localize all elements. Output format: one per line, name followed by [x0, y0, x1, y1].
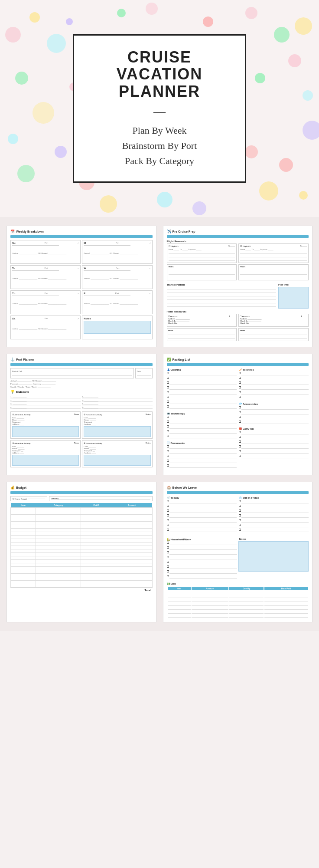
to-buy-item: [167, 510, 237, 514]
budget-row: [11, 567, 153, 570]
budget-row: [11, 532, 153, 536]
accessory-item: [239, 416, 309, 420]
transport-left: Transportation: [167, 282, 277, 309]
forecast-currency-row: Forecast _____________ Currency ________…: [10, 383, 153, 385]
toiletry-item: [239, 391, 309, 395]
itinerary-box: Itinerary: [49, 496, 152, 501]
bills-col-due-by: Due By: [229, 587, 264, 590]
transportation-label: Transportation: [167, 283, 277, 286]
svg-point-24: [259, 181, 278, 201]
hotel-box-1: ☐ Hotel #1$_____ Address _____________ C…: [167, 314, 237, 327]
notes-section: Notes: [238, 538, 309, 580]
technology-header: 💻 Technology: [167, 412, 237, 415]
attraction-grid: ① Attraction Activity Notes Cost _______…: [10, 411, 153, 467]
pier-info-box: [278, 287, 309, 309]
household-header: 🏡 Household/Work: [167, 538, 237, 541]
before-grid-top: 🛒 To Buy ❄️ Still in Fridge: [167, 496, 309, 536]
cruise-budget-label: Cruise Budget: [15, 498, 27, 500]
hero-subtitle: Plan By Week Brainstorm By Port Pack By …: [96, 123, 223, 169]
budget-row: [11, 570, 153, 574]
svg-point-28: [192, 201, 206, 215]
attraction-notes-4: [84, 455, 150, 466]
budget-row: [11, 556, 153, 560]
itinerary-label: Itinerary: [51, 497, 59, 500]
budget-row: [11, 536, 153, 539]
calendar-icon: 📅: [10, 230, 15, 233]
attraction-1: ① Attraction Activity Notes Cost _______…: [10, 411, 81, 439]
budget-row: [11, 581, 153, 584]
budget-row: [11, 577, 153, 581]
port-of-call-box: Port of Call: [10, 368, 134, 378]
fridge-header: ❄️ Still in Fridge: [239, 496, 309, 499]
arrival-line: Arrival _________________ All Aboard ___…: [84, 302, 150, 305]
tech-item: [167, 430, 237, 434]
technology-category: 💻 Technology: [167, 412, 237, 439]
doc-item: [167, 460, 237, 464]
notes-box-1: Notes: [167, 264, 237, 280]
budget-row: [11, 546, 153, 549]
brainstorm-label: Brainstorm: [16, 391, 29, 393]
carryon-item: [239, 431, 309, 435]
packing-list-header: ✅ Packing List: [167, 358, 309, 362]
hero-box: CRUISE VACATION PLANNER — Plan By Week B…: [73, 34, 246, 183]
port-info-row: Port of Call Date: [10, 368, 153, 378]
port-line: [84, 296, 130, 296]
svg-point-12: [295, 17, 312, 35]
carryon-item: [239, 455, 309, 459]
toiletry-item: [239, 377, 309, 381]
budget-row: [11, 539, 153, 542]
clothing-item: [167, 405, 237, 410]
household-item: [167, 575, 237, 579]
day-label-th: Th: [12, 292, 15, 295]
col-paid: Paid?: [81, 503, 112, 508]
svg-point-10: [55, 146, 67, 158]
brainstorm-col-2: 5. _____________ 6. _____________ 7. ___…: [82, 395, 152, 410]
flight-research-label: Flight Research:: [167, 240, 309, 243]
flight-row-1: ☐ Flight #1: $_____ From _____ To _____ …: [167, 243, 309, 263]
budget-table: Item Category Paid? Amount: [10, 503, 153, 588]
bills-header: 💵 Bills: [167, 582, 309, 585]
household-item: [167, 561, 237, 565]
flight-box-1: ☐ Flight #1: $_____ From _____ To _____ …: [167, 243, 237, 263]
svg-point-0: [5, 27, 21, 43]
budget-page: 💰 Budget $ Cruise Budget Itinerary Item …: [7, 482, 156, 622]
arrival-all-aboard-row: Arrival _____________ All Aboard _______…: [10, 380, 153, 382]
attraction-notes-2: [84, 426, 150, 437]
budget-row: [11, 525, 153, 529]
household-section: 🏡 Household/Work: [167, 538, 237, 580]
svg-point-1: [29, 12, 40, 23]
bills-col-amount: Amount: [192, 587, 228, 590]
clothing-item: [167, 391, 237, 395]
tech-item: [167, 435, 237, 439]
hotel-row: ☐ Hotel #1$_____ Address _____________ C…: [167, 314, 309, 327]
svg-point-7: [8, 134, 18, 144]
doc-item: [167, 455, 237, 459]
day-cell-su: Su Port ↗ Arrival _________________ All …: [10, 240, 81, 264]
clothing-item: [167, 401, 237, 405]
bills-row: [168, 607, 308, 610]
col-item: Item: [11, 503, 36, 508]
toiletries-header: 🪥 Toiletries: [239, 368, 309, 371]
bills-row: [168, 591, 308, 594]
header-bar: [167, 491, 309, 494]
port-line: [84, 245, 130, 246]
to-buy-item: [167, 519, 237, 523]
day-cell-f: F Port ↗ Arrival _________________ All A…: [82, 290, 152, 314]
port-line: [12, 296, 59, 296]
carryon-item: [239, 441, 309, 445]
tech-item: [167, 421, 237, 425]
svg-point-14: [303, 90, 313, 101]
house-icon: 🏠: [167, 486, 171, 490]
brainstorm-icon: 💡: [10, 390, 15, 394]
flight-box-2: ☐ Flight #2: $_____ From _____ To _____ …: [238, 243, 309, 263]
accessories-category: 💎 Accessories: [239, 402, 309, 425]
attraction-notes-3: [12, 455, 79, 466]
to-buy-item: [167, 500, 237, 504]
arrival-line: Arrival _________________ All Aboard ___…: [84, 277, 150, 279]
arrival-line: Arrival _________________ All Aboard ___…: [84, 252, 150, 254]
documents-header: 📄 Documents: [167, 441, 237, 444]
bills-table: Item Amount Due By Date Paid: [167, 586, 309, 618]
toiletries-icon: 🪥: [239, 368, 242, 371]
doc-item: [167, 445, 237, 450]
bills-col-date-paid: Date Paid: [264, 587, 308, 590]
